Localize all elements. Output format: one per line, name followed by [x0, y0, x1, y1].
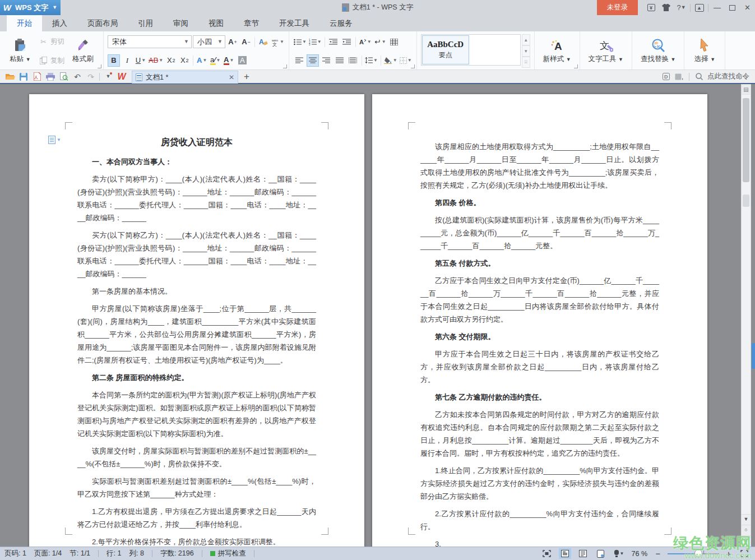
doc-paragraph[interactable]: 1.乙方有权提出退房，甲方须在乙方提出退房要求之日起______天内将乙方已付款…: [77, 505, 316, 531]
copy-button[interactable]: 复制: [36, 54, 67, 67]
ribbon-tab[interactable]: 视图: [198, 15, 234, 31]
font-color-button[interactable]: A▼: [223, 54, 235, 67]
underline-button[interactable]: U▼: [135, 54, 147, 67]
doc-paragraph[interactable]: 本合同第一条所约定的面积为(甲方暂测)(原产权证上标明)(房地产产权登记机关实际…: [77, 388, 316, 440]
gallery-more-button[interactable]: ⍗: [522, 57, 530, 68]
export-pdf-button[interactable]: 人: [30, 70, 44, 83]
line-spacing-button[interactable]: ▼: [364, 54, 378, 67]
print-button[interactable]: [44, 70, 57, 83]
show-paragraph-marks-button[interactable]: ▼: [373, 36, 387, 48]
maximize-button[interactable]: [725, 0, 740, 15]
vertical-scrollbar[interactable]: ▤ ▼ ○ ∨∨: [741, 84, 751, 547]
save-button[interactable]: [17, 70, 30, 83]
doc-paragraph[interactable]: 第六条 交付期限。: [420, 330, 659, 343]
doc-paragraph[interactable]: 甲方房屋(以下简称该房屋)坐落于____;位于第______层，共______(…: [77, 302, 316, 367]
doc-paragraph[interactable]: 卖方(以下简称甲方)：____(本人)(法定代表人)姓名：__国籍：____(身…: [77, 173, 316, 224]
status-word-count[interactable]: 字数: 2196: [160, 549, 194, 558]
dialog-launcher-icon[interactable]: [574, 64, 578, 68]
scroll-down-button[interactable]: ▼: [742, 514, 751, 525]
doc-paragraph[interactable]: 买方(以下简称乙方)：____(本人)(法定代表人)姓名：__国籍：____(身…: [77, 229, 316, 280]
doc-paragraph[interactable]: 第二条 房屋面积的特殊约定。: [77, 371, 316, 384]
ribbon-tab[interactable]: 开发工具: [269, 15, 319, 31]
doc-paragraph[interactable]: 一、本合同双方当事人：: [77, 155, 316, 168]
doc-paragraph[interactable]: 房贷收入证明范本: [77, 136, 316, 149]
font-name-combo[interactable]: 宋体▼: [108, 35, 192, 48]
doc-paragraph[interactable]: 1.终止合同，乙方按累计应付款的_________%向甲方支付违约金。甲方实际经…: [420, 464, 659, 503]
increase-font-button[interactable]: A+: [226, 36, 239, 48]
outline-view-button[interactable]: [577, 548, 589, 559]
strikethrough-button[interactable]: AB▼: [148, 54, 164, 67]
help-menu-button[interactable]: ?▼: [674, 0, 689, 15]
document-page-1[interactable]: ▼ 房贷收入证明范本一、本合同双方当事人：卖方(以下简称甲方)：____(本人)…: [29, 94, 364, 547]
login-button[interactable]: 未登录: [597, 0, 638, 15]
character-shading-button[interactable]: A: [236, 54, 248, 67]
justify-button[interactable]: [334, 54, 346, 67]
task-pane-indicator[interactable]: [752, 343, 755, 369]
shading-fill-button[interactable]: ▼: [383, 54, 398, 67]
eye-protection-mode-button[interactable]: ▼: [613, 548, 625, 559]
text-effects-button[interactable]: A▼: [196, 54, 208, 67]
minimize-button[interactable]: —: [710, 0, 725, 15]
text-direction-button[interactable]: A▼: [358, 36, 372, 48]
distribute-text-button[interactable]: [347, 54, 359, 67]
pinyin-guide-button[interactable]: wén文 ▼: [271, 36, 285, 48]
dialog-launcher-icon[interactable]: [283, 64, 287, 68]
align-center-button[interactable]: [307, 54, 319, 67]
select-button[interactable]: 选择 ▼: [688, 34, 721, 68]
sidebar-toggle-icon[interactable]: [674, 72, 684, 81]
align-left-button[interactable]: [293, 54, 305, 67]
find-replace-button[interactable]: ab↳ac 查找替换 ▼: [636, 34, 680, 68]
close-tab-icon[interactable]: ✕: [229, 73, 234, 81]
zoom-out-button[interactable]: −: [654, 549, 662, 558]
superscript-button[interactable]: X2: [165, 54, 177, 67]
doc-paragraph[interactable]: 第七条 乙方逾期付款的违约责任。: [420, 391, 659, 404]
ribbon-tab[interactable]: 插入: [42, 15, 77, 31]
doc-paragraph[interactable]: 实际面积与暂测面积差别超过暂测面积的±____%(包括±____%)时，甲乙双方…: [77, 475, 316, 501]
highlight-color-button[interactable]: a⁄▼: [209, 54, 221, 67]
wps-app-button[interactable]: W WPS 文字 ▼: [0, 0, 61, 15]
ribbon-tab[interactable]: 引用: [128, 15, 163, 31]
gallery-scroll-up-button[interactable]: ▲: [522, 34, 530, 45]
doc-paragraph[interactable]: 乙方应于本合同生效之日向甲方支付定金(币)______亿______千_____…: [420, 274, 659, 326]
gallery-scroll-down-button[interactable]: ▼: [522, 45, 530, 57]
scrollbar-thumb[interactable]: [743, 98, 749, 182]
docer-icon[interactable]: D: [661, 72, 671, 81]
collapse-ribbon-button[interactable]: ▲: [692, 0, 707, 15]
italic-button[interactable]: I: [121, 54, 133, 67]
customize-toolbar-button[interactable]: ▼: [101, 70, 115, 83]
find-command-search[interactable]: 点此查找命令: [707, 72, 749, 81]
redo-button[interactable]: ↷: [84, 70, 98, 83]
zoom-level[interactable]: 76 %: [632, 550, 648, 558]
subscript-button[interactable]: X2: [178, 54, 191, 67]
text-tool-button[interactable]: 文 文字工具 ▼: [584, 34, 628, 68]
style-chip-keypoint[interactable]: AaBbCcD 要点: [422, 35, 469, 64]
sidebar-handle[interactable]: [743, 195, 749, 207]
doc-paragraph[interactable]: 2.乙方按累计应付款的_________%向甲方支付违约金，合同继续履行。: [420, 507, 659, 533]
doc-paragraph[interactable]: 第四条 价格。: [420, 196, 659, 209]
document-page-2[interactable]: 该房屋相应的土地使用权取得方式为_________;土地使用权年限自______…: [372, 94, 707, 547]
doc-paragraph[interactable]: 乙方如未按本合同第四条规定的时间付款，甲方对乙方的逾期应付款有权追究违约利息。自…: [420, 408, 659, 460]
new-style-button[interactable]: A 新样式 ▼: [539, 34, 576, 68]
doc-paragraph[interactable]: 第一条房屋的基本情况。: [77, 285, 316, 298]
ribbon-tab[interactable]: 页面布局: [77, 15, 128, 31]
ribbon-tab[interactable]: 云服务: [319, 15, 363, 31]
open-file-button[interactable]: [3, 70, 17, 83]
fit-page-button[interactable]: [738, 548, 751, 559]
ribbon-tab[interactable]: 章节: [234, 15, 269, 31]
doc-paragraph[interactable]: 按(总建筑面积)(实际建筑面积)计算，该房屋售价为(币)每平方米________…: [420, 214, 659, 252]
wallet-icon[interactable]: ¥: [643, 0, 659, 15]
doc-paragraph[interactable]: 3.______________________________________…: [420, 538, 659, 547]
ribbon-tab[interactable]: 开始: [7, 15, 42, 31]
bold-button[interactable]: B: [108, 54, 120, 67]
format-painter-button[interactable]: 格式刷: [67, 34, 99, 68]
ruler-toggle-icon[interactable]: ▤: [742, 85, 751, 95]
dialog-launcher-icon[interactable]: [411, 64, 415, 68]
undo-button[interactable]: ↶: [71, 70, 84, 83]
decrease-indent-button[interactable]: [327, 36, 340, 48]
document-tab[interactable]: 文档1 * ✕: [132, 71, 238, 84]
increase-indent-button[interactable]: [341, 36, 353, 48]
fullscreen-view-button[interactable]: [541, 548, 553, 559]
doc-paragraph[interactable]: 甲方应于本合同生效之日起三十日内，将该房屋的产权证书交给乙方，并应收到该房屋全部…: [420, 348, 659, 386]
align-right-button[interactable]: [320, 54, 332, 67]
clear-format-button[interactable]: A: [257, 36, 270, 48]
